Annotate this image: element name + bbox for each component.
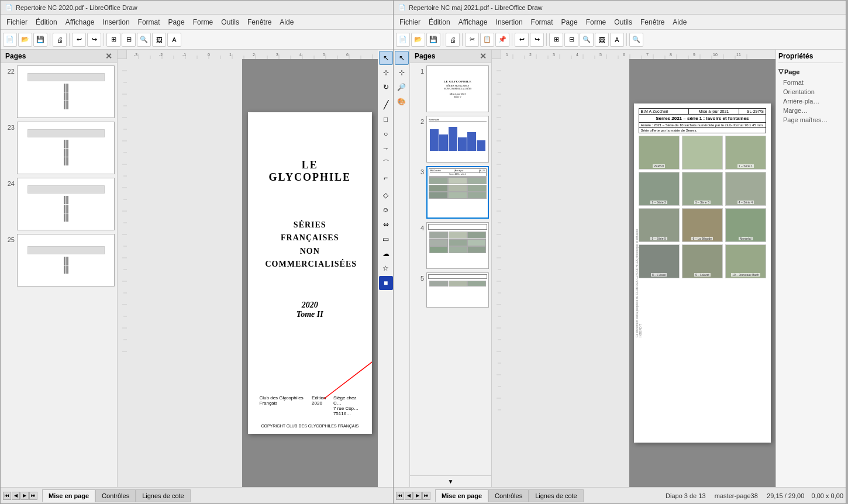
tb-print-right[interactable]: 🖨: [446, 33, 460, 47]
tb-text-right[interactable]: A: [610, 33, 624, 47]
right-prop-format[interactable]: Format: [778, 78, 843, 87]
right-prop-master[interactable]: Page maîtres…: [778, 115, 843, 125]
right-pages-scroll-btn[interactable]: ▼: [410, 475, 491, 487]
menu-outils-right[interactable]: Outils: [611, 17, 636, 27]
menu-format-left[interactable]: Format: [135, 17, 164, 27]
left-nav-last[interactable]: ⏭: [29, 492, 37, 500]
tb-save-left[interactable]: 💾: [33, 33, 47, 47]
right-page-img-2[interactable]: Sommaire: [426, 116, 489, 163]
menu-fichier-right[interactable]: Fichier: [396, 17, 424, 27]
right-prop-margin[interactable]: Marge…: [778, 106, 843, 115]
left-pages-close[interactable]: ✕: [105, 51, 112, 61]
menu-insertion-right[interactable]: Insertion: [492, 17, 526, 27]
tool-ellipse-left[interactable]: ○: [379, 127, 393, 141]
left-tab-lignes-cote[interactable]: Lignes de cote: [136, 489, 191, 502]
right-page-img-5[interactable]: [426, 272, 489, 308]
right-page-img-1[interactable]: LE GLYCOPHILE SÉRIES FRANÇAISES NON COMM…: [426, 65, 489, 112]
right-tab-controles[interactable]: Contrôles: [488, 489, 529, 502]
tool-select-left[interactable]: ↖: [379, 51, 393, 65]
tool-point-right[interactable]: ⊹: [395, 65, 409, 80]
menu-fichier-left[interactable]: Fichier: [3, 17, 31, 27]
tb-print-left[interactable]: 🖨: [53, 33, 67, 47]
menu-edition-right[interactable]: Édition: [425, 17, 454, 27]
menu-fenetre-left[interactable]: Fenêtre: [244, 17, 275, 27]
left-tab-controles[interactable]: Contrôles: [95, 489, 136, 502]
left-pages-scroll[interactable]: 22 23: [1, 63, 117, 487]
left-page-img-23[interactable]: [17, 122, 115, 174]
tb-open-left[interactable]: 📂: [18, 33, 32, 47]
tool-diamond-left[interactable]: ◇: [379, 188, 393, 202]
tool-star-left[interactable]: ☆: [379, 261, 393, 275]
left-nav-first[interactable]: ⏮: [3, 492, 11, 500]
tool-select-right[interactable]: ↖: [395, 51, 409, 65]
tool-fill-left[interactable]: ■: [379, 276, 393, 290]
right-nav-first[interactable]: ⏮: [396, 492, 404, 500]
tb-table-left[interactable]: ⊞: [106, 33, 120, 47]
tb-save-right[interactable]: 💾: [426, 33, 440, 47]
tb-redo-right[interactable]: ↪: [530, 33, 544, 47]
menu-format-right[interactable]: Format: [528, 17, 557, 27]
tb-open-right[interactable]: 📂: [411, 33, 425, 47]
tb-new-left[interactable]: 📄: [3, 33, 17, 47]
right-properties-section-page[interactable]: ▽ Page: [778, 68, 843, 75]
tb-table-right[interactable]: ⊞: [549, 33, 563, 47]
menu-aide-right[interactable]: Aide: [669, 17, 690, 27]
tool-rotate-left[interactable]: ↻: [379, 80, 393, 94]
tb-grid-left[interactable]: ⊟: [122, 33, 136, 47]
tb-zoom-left[interactable]: 🔍: [137, 33, 151, 47]
tb-image-right[interactable]: 🖼: [595, 33, 609, 47]
tool-dbl-arrow-left[interactable]: ⇔: [379, 218, 393, 232]
tool-color-right[interactable]: 🎨: [395, 95, 409, 109]
tb-grid-right[interactable]: ⊟: [564, 33, 578, 47]
left-nav-prev[interactable]: ◀: [12, 492, 20, 500]
right-pages-close[interactable]: ✕: [480, 51, 487, 61]
left-page-img-22[interactable]: [17, 65, 115, 118]
menu-outils-left[interactable]: Outils: [218, 17, 243, 27]
tb-undo-right[interactable]: ↩: [515, 33, 529, 47]
menu-page-left[interactable]: Page: [165, 17, 188, 27]
tb-image-left[interactable]: 🖼: [152, 33, 166, 47]
right-tab-mise-en-page[interactable]: Mise en page: [435, 489, 488, 502]
left-tab-mise-en-page[interactable]: Mise en page: [42, 489, 95, 502]
tool-rect-left[interactable]: □: [379, 112, 393, 126]
left-canvas-scroll[interactable]: LE GLYCOPHILE SÉRIES FRANÇAISES NON COMM…: [242, 59, 378, 487]
tool-point-left[interactable]: ⊹: [379, 65, 393, 80]
right-prop-orientation[interactable]: Orientation: [778, 87, 843, 96]
tool-zoom-right[interactable]: 🔎: [395, 80, 409, 94]
tool-arrow-left[interactable]: →: [379, 141, 393, 156]
left-page-img-25[interactable]: [17, 234, 115, 286]
menu-aide-left[interactable]: Aide: [276, 17, 297, 27]
menu-forme-right[interactable]: Forme: [582, 17, 610, 27]
right-canvas-scroll[interactable]: B.M A Zuccheri Mise à jour 2021 SL-297/S…: [629, 59, 776, 487]
menu-affichage-left[interactable]: Affichage: [62, 17, 98, 27]
right-nav-next[interactable]: ▶: [413, 492, 422, 500]
right-pages-scroll[interactable]: 1 LE GLYCOPHILE SÉRIES FRANÇAISES NON CO…: [410, 63, 491, 475]
menu-insertion-left[interactable]: Insertion: [99, 17, 133, 27]
menu-page-right[interactable]: Page: [558, 17, 581, 27]
tool-curve-left[interactable]: ⌒: [379, 156, 393, 170]
tb-search-right[interactable]: 🔍: [629, 33, 643, 47]
right-page-img-3[interactable]: BMA Zuccheri Mise à jour SL-297 Serres 2…: [426, 166, 489, 219]
tb-new-right[interactable]: 📄: [396, 33, 410, 47]
tb-text-left[interactable]: A: [167, 33, 181, 47]
tool-line-left[interactable]: ╱: [379, 98, 393, 112]
left-nav-next[interactable]: ▶: [20, 492, 29, 500]
tb-cut-right[interactable]: ✂: [465, 33, 479, 47]
right-tab-lignes-cote[interactable]: Lignes de cote: [529, 489, 584, 502]
tb-zoom-right[interactable]: 🔍: [580, 33, 594, 47]
right-page-img-4[interactable]: [426, 222, 489, 269]
right-prop-background[interactable]: Arrière-pla…: [778, 96, 843, 106]
tb-redo-left[interactable]: ↪: [87, 33, 101, 47]
tool-cloud-left[interactable]: ☁: [379, 247, 393, 261]
tool-connector-left[interactable]: ⌐: [379, 171, 393, 185]
right-nav-last[interactable]: ⏭: [422, 492, 430, 500]
menu-affichage-right[interactable]: Affichage: [455, 17, 491, 27]
tb-undo-left[interactable]: ↩: [72, 33, 86, 47]
tb-paste-right[interactable]: 📌: [495, 33, 509, 47]
tb-copy-right[interactable]: 📋: [480, 33, 494, 47]
left-page-img-24[interactable]: [17, 178, 115, 230]
menu-forme-left[interactable]: Forme: [189, 17, 217, 27]
menu-edition-left[interactable]: Édition: [32, 17, 61, 27]
tool-callout-left[interactable]: ▭: [379, 232, 393, 246]
right-nav-prev[interactable]: ◀: [405, 492, 413, 500]
